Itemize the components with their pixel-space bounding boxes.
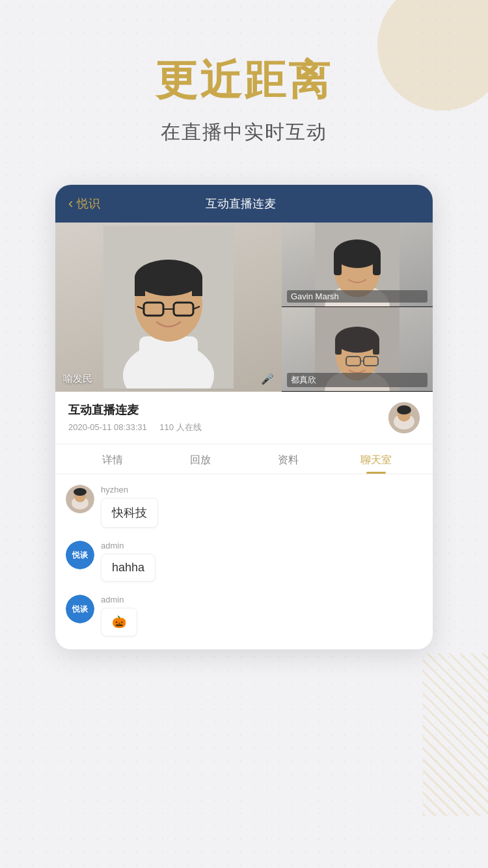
badge-label-2: 悦谈 [72, 550, 88, 561]
chat-body-1: hyzhen 快科技 [101, 485, 422, 528]
main-presenter-avatar [103, 226, 234, 388]
main-video-face [55, 223, 282, 392]
info-section: 互动直播连麦 2020-05-11 08:33:31 110 人在线 [55, 392, 433, 444]
yueshi-badge-3: 悦谈 [66, 595, 94, 623]
chat-body-2: admin hahha [101, 541, 422, 582]
tab-details[interactable]: 详情 [68, 444, 156, 474]
session-host-avatar [388, 402, 420, 433]
info-text: 互动直播连麦 2020-05-11 08:33:31 110 人在线 [68, 402, 388, 433]
main-title: 更近距离 [0, 52, 488, 109]
mic-icon: 🎤 [261, 373, 274, 385]
side-video-column: Gavin Marsh [282, 223, 433, 392]
side-video-bottom: 都真欣 [282, 307, 433, 392]
chat-username-1: hyzhen [101, 485, 422, 495]
main-video: 喻发民 🎤 [55, 223, 282, 392]
side-bottom-name: 都真欣 [287, 373, 427, 387]
video-area: 喻发民 🎤 [55, 223, 433, 392]
back-chevron-icon: ‹ [68, 195, 73, 212]
tab-materials[interactable]: 资料 [244, 444, 332, 474]
svg-rect-23 [373, 338, 379, 355]
side-top-name: Gavin Marsh [287, 290, 427, 303]
chat-bubble-3: 🎃 [101, 608, 137, 636]
svg-point-21 [335, 327, 379, 353]
badge-label-3: 悦谈 [72, 604, 88, 615]
tab-chat[interactable]: 聊天室 [332, 444, 420, 474]
nav-title: 互动直播连麦 [100, 196, 381, 211]
svg-rect-17 [373, 252, 381, 275]
session-meta: 2020-05-11 08:33:31 110 人在线 [68, 422, 388, 433]
back-label: 悦识 [77, 196, 100, 211]
chat-avatar-3: 悦谈 [66, 595, 94, 623]
session-date: 2020-05-11 08:33:31 [68, 422, 147, 432]
chat-body-3: admin 🎃 [101, 595, 422, 636]
back-button[interactable]: ‹ 悦识 [68, 195, 100, 212]
svg-rect-22 [335, 338, 342, 355]
sub-title: 在直播中实时互动 [0, 119, 488, 146]
chat-section: hyzhen 快科技 悦谈 admin hahha 悦谈 [55, 474, 433, 636]
chat-username-2: admin [101, 541, 422, 550]
chat-username-3: admin [101, 595, 422, 604]
chat-avatar-2: 悦谈 [66, 541, 94, 569]
svg-rect-5 [135, 277, 145, 296]
svg-point-34 [74, 488, 87, 496]
main-presenter-name: 喻发民 [63, 373, 92, 385]
chat-avatar-1 [66, 485, 94, 513]
tab-bar: 详情 回放 资料 聊天室 [55, 444, 433, 474]
phone-card: ‹ 悦识 互动直播连麦 [55, 185, 433, 649]
yueshi-badge-2: 悦谈 [66, 541, 94, 569]
session-title: 互动直播连麦 [68, 402, 388, 418]
header-section: 更近距离 在直播中实时互动 [0, 0, 488, 159]
chat-bubble-1: 快科技 [101, 498, 158, 528]
chat-bubble-2: hahha [101, 554, 156, 582]
session-online: 110 人在线 [159, 422, 201, 432]
phone-nav-header: ‹ 悦识 互动直播连麦 [55, 185, 433, 223]
chat-message-3: 悦谈 admin 🎃 [66, 595, 422, 636]
svg-point-30 [397, 405, 411, 414]
svg-rect-6 [192, 277, 202, 296]
chat-message-2: 悦谈 admin hahha [66, 541, 422, 582]
svg-rect-2 [139, 336, 198, 388]
tab-replay[interactable]: 回放 [156, 444, 244, 474]
side-video-top: Gavin Marsh [282, 223, 433, 307]
svg-rect-16 [334, 252, 342, 275]
chat-message-1: hyzhen 快科技 [66, 485, 422, 528]
